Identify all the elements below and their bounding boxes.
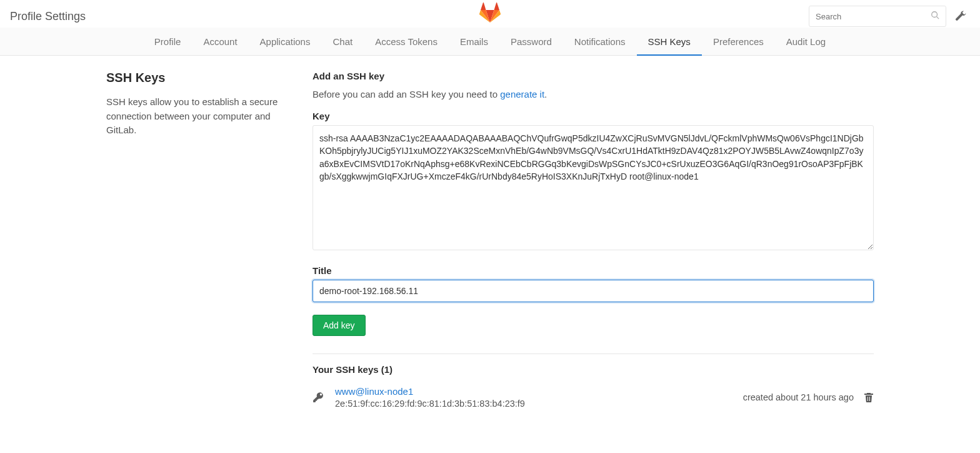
gitlab-logo[interactable] — [479, 1, 501, 24]
key-textarea[interactable] — [312, 125, 874, 250]
sidebar-desc: SSH keys allow you to establish a secure… — [106, 95, 288, 138]
profile-nav: Profile Account Applications Chat Access… — [0, 28, 980, 55]
delete-key-icon[interactable] — [864, 392, 874, 402]
add-key-button[interactable]: Add key — [312, 315, 366, 336]
nav-profile[interactable]: Profile — [143, 28, 192, 55]
svg-point-0 — [932, 12, 938, 18]
generate-link[interactable]: generate it — [500, 89, 544, 99]
nav-access-tokens[interactable]: Access Tokens — [364, 28, 449, 55]
your-keys-heading: Your SSH keys (1) — [312, 364, 874, 375]
nav-chat[interactable]: Chat — [321, 28, 364, 55]
nav-ssh-keys[interactable]: SSH Keys — [637, 28, 702, 55]
key-info: www@linux-node1 2e:51:9f:cc:16:29:fd:9c:… — [335, 386, 732, 409]
key-meta: created about 21 hours ago — [743, 392, 874, 402]
search-box — [809, 6, 946, 27]
nav-audit-log[interactable]: Audit Log — [775, 28, 837, 55]
hint-prefix: Before you can add an SSH key you need t… — [312, 89, 500, 99]
sidebar-heading: SSH Keys — [106, 71, 288, 85]
nav-password[interactable]: Password — [499, 28, 563, 55]
form-heading: Add an SSH key — [312, 71, 874, 81]
key-icon — [312, 392, 324, 403]
nav-emails[interactable]: Emails — [449, 28, 499, 55]
search-icon[interactable] — [931, 11, 939, 22]
sidebar: SSH Keys SSH keys allow you to establish… — [106, 71, 288, 409]
nav-applications[interactable]: Applications — [249, 28, 322, 55]
key-name-link[interactable]: www@linux-node1 — [335, 386, 413, 397]
svg-line-1 — [937, 17, 939, 19]
key-fingerprint: 2e:51:9f:cc:16:29:fd:9c:81:1d:3b:51:83:b… — [335, 399, 732, 409]
nav-bar: Profile Account Applications Chat Access… — [0, 28, 980, 56]
search-input[interactable] — [816, 12, 931, 21]
title-label: Title — [312, 265, 874, 276]
ssh-key-row: www@linux-node1 2e:51:9f:cc:16:29:fd:9c:… — [312, 386, 874, 409]
main: Add an SSH key Before you can add an SSH… — [312, 71, 874, 409]
divider — [312, 354, 874, 354]
key-label: Key — [312, 111, 874, 121]
title-input[interactable] — [312, 280, 874, 302]
page-title: Profile Settings — [10, 10, 86, 23]
key-created: created about 21 hours ago — [743, 392, 854, 402]
nav-account[interactable]: Account — [192, 28, 248, 55]
admin-settings-icon[interactable] — [951, 7, 970, 26]
top-bar: Profile Settings — [0, 0, 980, 28]
header-tools — [809, 6, 970, 27]
form-hint: Before you can add an SSH key you need t… — [312, 89, 874, 99]
content: SSH Keys SSH keys allow you to establish… — [96, 56, 884, 434]
nav-preferences[interactable]: Preferences — [702, 28, 775, 55]
nav-notifications[interactable]: Notifications — [563, 28, 637, 55]
hint-suffix: . — [544, 89, 547, 99]
